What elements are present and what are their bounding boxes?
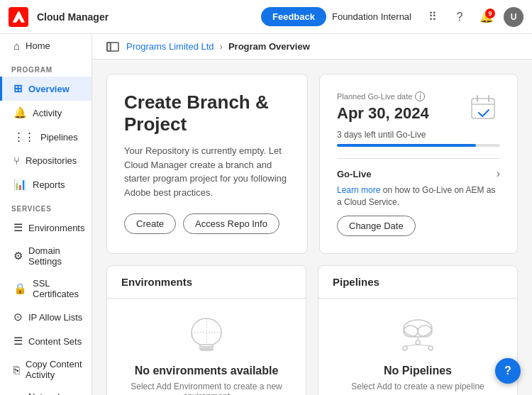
access-repo-button[interactable]: Access Repo Info: [183, 213, 279, 234]
golive-learn-more-link[interactable]: Learn more: [337, 185, 380, 195]
golive-section-title: Go-Live: [337, 169, 371, 179]
grid-icon[interactable]: ⠿: [423, 7, 443, 27]
golive-date-label: Planned Go-Live date: [337, 92, 412, 101]
sidebar-reports-label: Reports: [33, 179, 65, 190]
no-environments-title: No environments available: [135, 365, 279, 377]
no-environments-icon: [182, 313, 231, 357]
app-name: Cloud Manager: [37, 11, 109, 23]
breadcrumb-org-name[interactable]: Programs Limited Ltd: [126, 41, 214, 52]
no-pipelines-title: No Pipelines: [384, 365, 452, 377]
breadcrumb-org-icon: [106, 42, 121, 52]
sidebar-item-environments[interactable]: ☰ Environments: [0, 216, 92, 240]
org-name: Foundation Internal: [332, 11, 411, 22]
home-icon: ⌂: [13, 40, 20, 52]
activity-icon: 🔔: [13, 106, 27, 119]
sidebar-item-content-sets[interactable]: ☰ Content Sets: [0, 329, 92, 353]
sidebar: ⌂ Home PROGRAM ⊞ Overview 🔔 Activity ⋮⋮ …: [0, 34, 92, 395]
no-pipelines-desc: Select Add to create a new pipeline: [351, 382, 484, 391]
sidebar-network-label: Network Infrastructures: [28, 391, 87, 395]
sidebar-home-label: Home: [26, 40, 50, 51]
overview-icon: ⊞: [13, 82, 23, 95]
sidebar-item-ip-allow-lists[interactable]: ⊙ IP Allow Lists: [0, 305, 92, 329]
sidebar-item-network-infrastructures[interactable]: ✳ Network Infrastructures: [0, 386, 92, 395]
pipelines-header: Pipelines: [318, 266, 517, 299]
no-pipelines-icon: [389, 313, 446, 357]
change-date-button[interactable]: Change Date: [337, 216, 416, 236]
sidebar-activity-label: Activity: [33, 108, 62, 118]
create-branch-card: Create Branch & Project Your Repository …: [106, 74, 308, 254]
notification-badge: 9: [485, 9, 495, 18]
svg-point-13: [416, 340, 420, 345]
sidebar-ip-label: IP Allow Lists: [28, 312, 82, 323]
copy-content-icon: ⎘: [13, 364, 20, 376]
sidebar-content-sets-label: Content Sets: [28, 336, 82, 347]
topnav: Cloud Manager Feedback Foundation Intern…: [0, 0, 532, 34]
environments-icon: ☰: [13, 221, 23, 234]
domain-settings-icon: ⚙: [13, 250, 23, 262]
sidebar-item-domain-settings[interactable]: ⚙ Domain Settings: [0, 240, 92, 272]
ip-icon: ⊙: [13, 311, 23, 323]
sidebar-section-services: SERVICES: [0, 196, 92, 216]
breadcrumb-current: Program Overview: [228, 41, 310, 52]
notification-icon[interactable]: 🔔 9: [477, 7, 497, 27]
pipelines-card: Pipelines: [318, 265, 518, 395]
golive-chevron-icon[interactable]: ›: [497, 167, 500, 180]
pipelines-icon: ⋮⋮: [13, 130, 35, 143]
svg-line-18: [418, 345, 431, 346]
sidebar-domain-settings-label: Domain Settings: [28, 245, 83, 267]
progress-bar: [337, 144, 476, 147]
feedback-button[interactable]: Feedback: [261, 7, 326, 26]
main-content: Programs Limited Ltd › Program Overview …: [92, 34, 532, 395]
create-branch-title: Create Branch & Project: [124, 91, 290, 135]
sidebar-item-home[interactable]: ⌂ Home: [0, 34, 92, 57]
svg-rect-1: [107, 43, 111, 51]
sidebar-item-activity[interactable]: 🔔 Activity: [0, 101, 92, 125]
svg-point-15: [428, 346, 433, 350]
reports-icon: 📊: [13, 178, 27, 191]
svg-point-11: [404, 326, 418, 337]
ssl-icon: 🔒: [13, 282, 27, 295]
create-button[interactable]: Create: [124, 213, 176, 234]
golive-date: Apr 30, 2024: [337, 104, 429, 123]
topnav-logo: [9, 7, 28, 27]
sidebar-section-program: PROGRAM: [0, 57, 92, 77]
sidebar-repositories-label: Repositories: [26, 155, 77, 166]
sidebar-pipelines-label: Pipelines: [40, 132, 78, 143]
svg-rect-6: [200, 345, 213, 347]
sidebar-item-copy-content-activity[interactable]: ⎘ Copy Content Activity: [0, 353, 92, 386]
breadcrumb-separator: ›: [220, 41, 223, 52]
sidebar-item-ssl-certificates[interactable]: 🔒 SSL Certificates: [0, 272, 92, 305]
sidebar-item-reports[interactable]: 📊 Reports: [0, 172, 92, 196]
svg-point-14: [403, 346, 407, 350]
help-button[interactable]: ?: [495, 358, 521, 384]
no-environments-desc: Select Add Environment to create a new e…: [121, 382, 292, 395]
svg-point-12: [418, 326, 432, 337]
svg-point-10: [404, 320, 432, 337]
repositories-icon: ⑂: [13, 155, 20, 167]
sidebar-ssl-label: SSL Certificates: [33, 278, 83, 299]
golive-learn-more-text: Learn more on how to Go-Live on AEM as a…: [337, 184, 500, 208]
sidebar-environments-label: Environments: [28, 223, 84, 233]
info-icon[interactable]: i: [415, 91, 425, 101]
sidebar-overview-label: Overview: [28, 84, 70, 94]
create-branch-desc: Your Repository is currently empty. Let …: [124, 144, 290, 199]
help-icon[interactable]: ?: [450, 7, 470, 27]
sidebar-item-pipelines[interactable]: ⋮⋮ Pipelines: [0, 125, 92, 149]
sidebar-item-repositories[interactable]: ⑂ Repositories: [0, 149, 92, 172]
sidebar-copy-content-label: Copy Content Activity: [26, 359, 83, 380]
golive-days-left: 3 days left until Go-Live: [337, 130, 500, 140]
environments-card: Environments No environments availab: [106, 265, 306, 395]
sidebar-item-overview[interactable]: ⊞ Overview: [0, 77, 92, 101]
golive-card: Planned Go-Live date i Apr 30, 2024: [319, 74, 518, 254]
breadcrumb-bar: Programs Limited Ltd › Program Overview: [92, 34, 532, 60]
content-sets-icon: ☰: [13, 335, 23, 347]
svg-line-17: [405, 345, 418, 346]
calendar-icon: [466, 91, 500, 126]
environments-header: Environments: [107, 266, 306, 299]
avatar[interactable]: U: [504, 7, 523, 27]
